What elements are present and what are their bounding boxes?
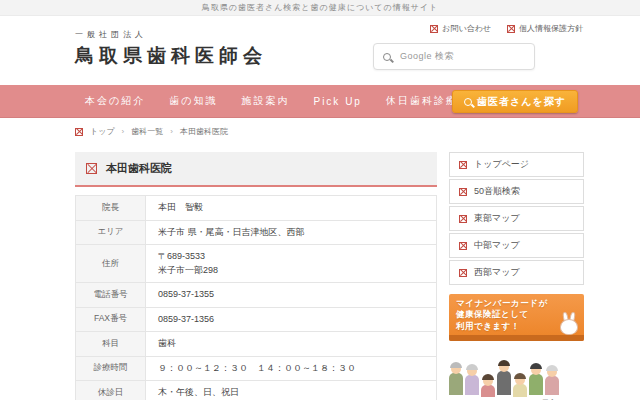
row-value: 0859-37-1356: [158, 313, 214, 327]
row-value: 0859-37-1355: [158, 288, 214, 302]
row-value: ９：００～１２：３０ １４：００～１８：３０: [158, 362, 356, 376]
row-label: 住所: [76, 245, 146, 282]
row-value: 米子市 県・尾高・日吉津地区、西部: [158, 226, 305, 240]
main-nav: 本会の紹介 歯の知識 施設案内 Pick Up 休日歯科診療 歯医者さんを探す: [0, 85, 640, 118]
nav-item-pickup[interactable]: Pick Up: [313, 96, 361, 107]
sidebar-item-label: 西部マップ: [474, 266, 520, 279]
org-type-label: 一般社団法人: [75, 29, 267, 40]
breadcrumb-top[interactable]: トップ: [90, 126, 115, 137]
banner-footer-strip: [449, 335, 584, 341]
table-row-subject: 科目 歯科: [76, 332, 436, 357]
sidebar-item-label: トップページ: [474, 158, 529, 171]
mynumber-card-banner[interactable]: マイナンバーカードが 健康保険証として 利用できます！: [449, 294, 584, 341]
clinic-info-table: 院長 本田 智毅 エリア 米子市 県・尾高・日吉津地区、西部 住所 〒689-3…: [75, 195, 437, 400]
row-label: 診療時間: [76, 357, 146, 381]
breadcrumb-separator: ›: [122, 127, 125, 136]
table-row-director: 院長 本田 智毅: [76, 196, 436, 221]
privacy-policy-link[interactable]: 個人情報保護方針: [507, 23, 583, 34]
header-links: お問い合わせ 個人情報保護方針: [353, 23, 583, 34]
menu-icon: [459, 215, 467, 223]
table-row-phone: 電話番号 0859-37-1355: [76, 283, 436, 308]
table-row-address: 住所 〒689-3533 米子市一部298: [76, 245, 436, 283]
nav-item-tooth-knowledge[interactable]: 歯の知識: [169, 94, 217, 108]
row-label: エリア: [76, 221, 146, 245]
row-value: 〒689-3533 米子市一部298: [158, 250, 218, 277]
site-tagline: 鳥取県の歯医者さん検索と歯の健康についての情報サイト: [0, 0, 640, 16]
find-dentist-button[interactable]: 歯医者さんを探す: [452, 90, 578, 113]
banner-line: マイナンバーカードが: [456, 298, 584, 309]
sidebar-item-central-map[interactable]: 中部マップ: [449, 233, 584, 258]
row-value: 木・午後、日、祝日: [158, 386, 239, 400]
sidebar-item-label: 50音順検索: [474, 185, 520, 198]
site-title: 鳥取県歯科医師会: [75, 43, 267, 69]
privacy-icon: [507, 25, 515, 33]
contact-icon: [430, 25, 438, 33]
google-search-input[interactable]: Google 検索: [373, 43, 535, 70]
mynumber-rabbit-mascot-icon: [559, 313, 579, 335]
menu-icon: [459, 188, 467, 196]
row-value: 本田 智毅: [158, 201, 203, 215]
row-label: FAX番号: [76, 308, 146, 332]
clinic-title-header: 本田歯科医院: [75, 152, 437, 187]
row-label: 科目: [76, 332, 146, 356]
privacy-link-label: 個人情報保護方針: [519, 23, 583, 34]
table-row-area: エリア 米子市 県・尾高・日吉津地区、西部: [76, 221, 436, 246]
menu-icon: [459, 242, 467, 250]
search-placeholder: Google 検索: [400, 50, 454, 63]
clinic-icon: [86, 163, 97, 174]
contact-link[interactable]: お問い合わせ: [430, 23, 491, 34]
sidebar-item-label: 東部マップ: [474, 212, 520, 225]
breadcrumb: トップ › 歯科一覧 › 本田歯科医院: [0, 118, 640, 144]
nav-item-about[interactable]: 本会の紹介: [85, 94, 145, 108]
breadcrumb-dental-list[interactable]: 歯科一覧: [131, 126, 163, 137]
sidebar-item-syllabary-search[interactable]: 50音順検索: [449, 179, 584, 204]
lifestage-course-banner[interactable]: ライフステージ別 歯科保健講座: [449, 351, 584, 400]
sidebar-item-top-page[interactable]: トップページ: [449, 152, 584, 177]
nav-item-holiday-care[interactable]: 休日歯科診療: [386, 94, 458, 108]
row-label: 電話番号: [76, 283, 146, 307]
menu-icon: [459, 269, 467, 277]
clinic-detail-panel: 本田歯科医院 院長 本田 智毅 エリア 米子市 県・尾高・日吉津地区、西部 住所…: [75, 152, 437, 400]
nav-item-facilities[interactable]: 施設案内: [241, 94, 289, 108]
home-icon: [75, 128, 83, 136]
row-label: 休診日: [76, 381, 146, 400]
search-icon: [383, 53, 391, 61]
sidebar-item-label: 中部マップ: [474, 239, 520, 252]
people-illustration: [449, 351, 584, 395]
row-value: 歯科: [158, 337, 176, 351]
find-dentist-button-label: 歯医者さんを探す: [477, 95, 566, 109]
sidebar-item-west-map[interactable]: 西部マップ: [449, 260, 584, 285]
table-row-closed-days: 休診日 木・午後、日、祝日: [76, 381, 436, 400]
table-row-fax: FAX番号 0859-37-1356: [76, 308, 436, 333]
breadcrumb-current-page: 本田歯科医院: [180, 126, 228, 137]
clinic-name-title: 本田歯科医院: [106, 161, 172, 176]
breadcrumb-separator: ›: [170, 127, 173, 136]
search-icon: [464, 98, 472, 106]
site-logo[interactable]: 一般社団法人 鳥取県歯科医師会: [75, 29, 267, 69]
sidebar: トップページ 50音順検索 東部マップ 中部マップ 西部マップ マイナンバーカー…: [449, 152, 584, 400]
site-header: 一般社団法人 鳥取県歯科医師会 お問い合わせ 個人情報保護方針 Google 検…: [0, 16, 640, 85]
sidebar-item-east-map[interactable]: 東部マップ: [449, 206, 584, 231]
contact-link-label: お問い合わせ: [442, 23, 491, 34]
menu-icon: [459, 161, 467, 169]
row-label: 院長: [76, 196, 146, 220]
table-row-hours: 診療時間 ９：００～１２：３０ １４：００～１８：３０: [76, 357, 436, 382]
